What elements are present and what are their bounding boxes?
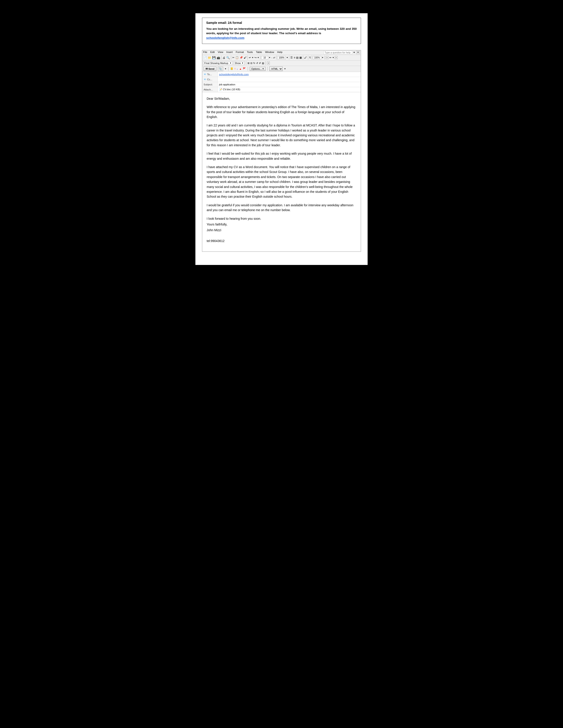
menu-bar: File Edit View Insert Format Tools Table… <box>202 50 361 55</box>
closing-line-3: John Mizzi <box>207 228 356 233</box>
priority-down-icon[interactable]: ↓ <box>237 68 238 70</box>
closing-line-2: Yours faithfully, <box>207 222 356 227</box>
addressbook-icon[interactable]: 📒 <box>230 67 233 70</box>
menu-format[interactable]: Format <box>236 51 244 54</box>
zoom-input[interactable]: 100% <box>277 56 286 59</box>
prompt-text: You are looking for an interesting and c… <box>206 27 357 35</box>
menu-window[interactable]: Window <box>265 51 274 54</box>
pen-dropdown-icon[interactable]: ▼ <box>332 56 334 59</box>
redo-dropdown-icon[interactable]: ▼ <box>257 56 259 59</box>
email-body: Dear Sir/Madam, With reference to your a… <box>202 92 361 251</box>
sample-title: Sample email: 2A formal <box>206 21 357 24</box>
format-painter-icon[interactable]: 🖌 <box>244 56 246 59</box>
subject-field-label: Subject: <box>202 82 218 87</box>
undo-dropdown-icon[interactable]: ▼ <box>252 56 254 59</box>
email-link[interactable]: schoolofenglish@info.com <box>206 36 244 39</box>
track-icon-5[interactable]: ✗ <box>259 62 261 65</box>
track-icon-4[interactable]: ↺ <box>256 62 258 65</box>
paragraph-5: I would be grateful if you would conside… <box>207 203 356 213</box>
zoom-dropdown-icon[interactable]: ▼ <box>286 56 288 59</box>
align-left-icon[interactable]: ☰ <box>290 56 293 59</box>
attach-filename[interactable]: CV.doc (10 KB) <box>223 88 240 91</box>
attach-btn[interactable]: 📎 <box>218 67 223 71</box>
font-size-input[interactable]: 10 <box>261 56 268 59</box>
menu-tools[interactable]: Tools <box>247 51 253 54</box>
help-dropdown-icon[interactable]: ▼ <box>353 51 355 54</box>
menu-insert[interactable]: Insert <box>226 51 233 54</box>
cut-icon[interactable]: ✂ <box>232 56 234 59</box>
options-dropdown-icon[interactable]: ▼ <box>262 68 264 70</box>
zoom2-input[interactable]: 100% <box>313 56 321 59</box>
menu-help[interactable]: Help <box>277 51 283 54</box>
to-icon: 📧 <box>203 73 206 75</box>
word-doc-icon: 📝 <box>219 88 222 91</box>
show-dropdown-arrow[interactable]: ▼ <box>241 62 243 64</box>
print-preview-icon[interactable]: 🔍 <box>226 56 230 59</box>
open-icon[interactable]: 📁 <box>208 56 211 59</box>
format-select[interactable]: HTML <box>269 67 283 71</box>
menu-table[interactable]: Table <box>256 51 262 54</box>
sample-box: Sample email: 2A formal You are looking … <box>202 18 361 44</box>
undo-icon[interactable]: ↩ <box>249 56 251 59</box>
markup-dropdown-arrow[interactable]: ▼ <box>229 62 231 64</box>
check-names-icon[interactable]: ! <box>235 68 235 70</box>
more-btn-1[interactable]: » <box>326 56 329 59</box>
help-search-input[interactable] <box>324 51 352 54</box>
align-center-icon[interactable]: ≡ <box>294 56 295 59</box>
close-icon[interactable]: ✕ <box>356 51 360 54</box>
paste-icon[interactable]: 📌 <box>239 56 243 59</box>
help-search-area: ▼ ✕ <box>324 51 360 54</box>
font-size-dropdown-icon[interactable]: ▼ <box>269 56 271 59</box>
salutation: Dear Sir/Madam, <box>207 96 356 101</box>
track-icon-1[interactable]: ⊞ <box>247 62 249 65</box>
track-icon-2[interactable]: ⊟ <box>250 62 252 65</box>
markup-label: Final Showing Markup <box>204 62 228 64</box>
send-button[interactable]: ✉ Send <box>203 67 216 71</box>
compose-toolbar: ✉ Send 📎 ▼ 📒 ! ↓ ▲ 🚩 Options... ▼ HTML ▼ <box>202 66 361 72</box>
save-icon[interactable]: 💾 <box>212 56 216 59</box>
to-field-value[interactable]: schoolofenglish@info.com <box>218 73 361 76</box>
send-label: Send <box>208 68 214 70</box>
to-email-link[interactable]: schoolofenglish@info.com <box>219 73 248 76</box>
fax-icon[interactable]: 📠 <box>216 56 220 59</box>
menu-edit[interactable]: Edit <box>210 51 215 54</box>
cc-field-row: 📧 Cc... <box>202 77 361 82</box>
closing-line-1: I look forward to hearing from you soon. <box>207 216 356 221</box>
options-label: Options... <box>251 68 261 70</box>
paragraph-3: I feel that I would be well-suited for t… <box>207 151 356 161</box>
print-icon[interactable]: 🖨 <box>222 56 225 59</box>
track-icon-3[interactable]: ↻ <box>253 62 255 65</box>
superscript-icon[interactable]: x² <box>273 56 275 59</box>
show-dropdown[interactable]: Show ▼ <box>233 61 244 65</box>
cc-field-label: 📧 Cc... <box>202 77 218 82</box>
attach-field-row: Attach... 📝 CV.doc (10 KB) <box>202 87 361 92</box>
copy-icon[interactable]: 📋 <box>235 56 239 59</box>
priority-up-icon[interactable]: ▲ <box>239 68 241 70</box>
email-fields: 📧 To... schoolofenglish@info.com 📧 Cc... <box>202 72 361 92</box>
track-icon-6[interactable]: ▤ <box>262 62 264 65</box>
highlight-icon[interactable]: 🖊 <box>304 56 307 59</box>
toolbar-row-1: 📄 📁 💾 📠 🖨 🔍 ✂ 📋 📌 🖌 ↩ ▼ ↪ ▼ 10 ▼ - x² <box>202 55 361 61</box>
to-field-label: 📧 To... <box>202 72 218 77</box>
redo-icon[interactable]: ↪ <box>254 56 256 59</box>
to-field-row: 📧 To... schoolofenglish@info.com <box>202 72 361 77</box>
more-format-btn[interactable]: » <box>267 62 270 65</box>
subject-field-value[interactable]: job application <box>218 83 361 86</box>
paragraph-2: I am 22 years old and I am currently stu… <box>207 123 356 148</box>
menu-file[interactable]: File <box>203 51 207 54</box>
format-dropdown-icon[interactable]: ▼ <box>284 68 286 70</box>
cc-field-value[interactable] <box>218 79 361 80</box>
options-button[interactable]: Options... ▼ <box>250 67 265 71</box>
new-doc-icon[interactable]: 📄 <box>203 56 207 59</box>
justify-icon[interactable]: ▦ <box>300 56 302 59</box>
attach-dropdown-icon[interactable]: ▼ <box>224 68 226 70</box>
zoom2-dropdown-icon[interactable]: ▼ <box>322 56 324 59</box>
formatting-bar: Final Showing Markup ▼ Show ▼ ⊞ ⊟ ↻ ↺ ✗ … <box>202 61 361 66</box>
markup-dropdown[interactable]: Final Showing Markup ▼ <box>203 61 233 65</box>
align-right-icon[interactable]: ▤ <box>296 56 299 59</box>
attach-field-value: 📝 CV.doc (10 KB) <box>218 88 361 91</box>
pen-icon[interactable]: ✏ <box>330 56 332 59</box>
more-btn-2[interactable]: » <box>335 56 338 59</box>
flag-icon[interactable]: 🚩 <box>243 67 246 70</box>
menu-view[interactable]: View <box>218 51 223 54</box>
